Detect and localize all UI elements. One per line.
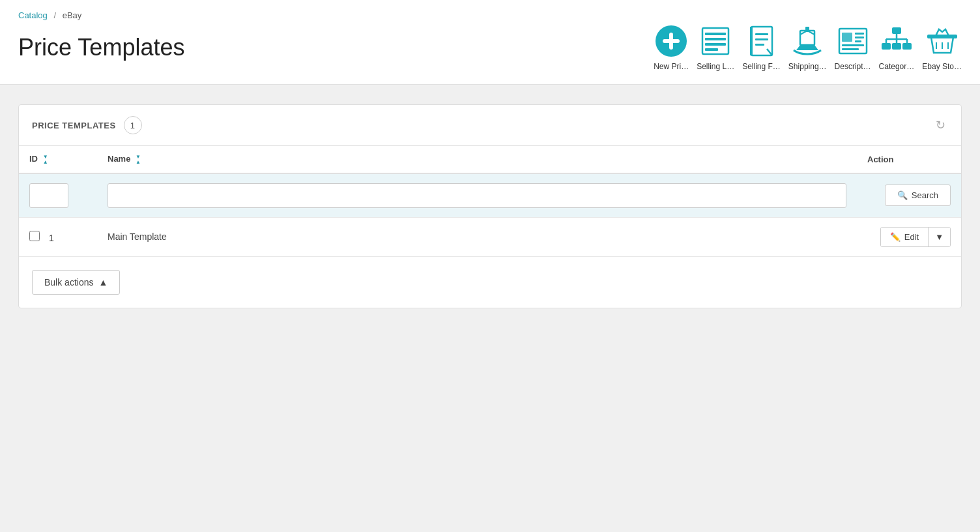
- bulk-actions-label: Bulk actions: [44, 277, 93, 288]
- filter-id-input[interactable]: [29, 183, 68, 208]
- svg-rect-8: [755, 33, 768, 35]
- data-table: ID ▼ ▲ Name ▼ ▲ Action: [19, 146, 961, 257]
- filter-action-cell: 🔍 Search: [857, 173, 961, 218]
- edit-button-group: ✏️ Edit ▼: [880, 227, 951, 247]
- table-header-row: ID ▼ ▲ Name ▼ ▲ Action: [19, 146, 961, 173]
- bulk-actions-button[interactable]: Bulk actions ▲: [32, 270, 120, 295]
- svg-rect-20: [892, 27, 901, 34]
- book-icon: [745, 24, 779, 58]
- row-action-cell: ✏️ Edit ▼: [857, 217, 961, 256]
- card-header: PRICE TEMPLATES 1 ↻: [19, 105, 961, 146]
- row-name: Main Template: [97, 217, 857, 256]
- search-button[interactable]: 🔍 Search: [885, 185, 951, 206]
- edit-dropdown-button[interactable]: ▼: [929, 228, 950, 246]
- table-footer: Bulk actions ▲: [19, 257, 961, 308]
- toolbar-label-category: Categor…: [879, 62, 915, 71]
- row-checkbox-cell: 1: [19, 217, 97, 256]
- refresh-button[interactable]: ↻: [933, 115, 948, 135]
- edit-button[interactable]: ✏️ Edit: [881, 228, 929, 246]
- th-name: Name ▼ ▲: [97, 146, 857, 173]
- svg-rect-22: [892, 43, 901, 50]
- basket-icon: [925, 24, 959, 58]
- row-checkbox[interactable]: [29, 231, 40, 241]
- table-row: 1 Main Template ✏️ Edit ▼: [19, 217, 961, 256]
- price-templates-card: PRICE TEMPLATES 1 ↻ ID ▼ ▲ Name: [18, 104, 962, 308]
- filter-name-cell: [97, 173, 857, 218]
- toolbar-item-ebay-store[interactable]: Ebay Sto…: [922, 24, 962, 71]
- toolbar-item-selling-l[interactable]: Selling L…: [697, 24, 734, 71]
- search-label: Search: [912, 190, 938, 200]
- row-id: 1: [49, 233, 54, 243]
- svg-rect-15: [855, 33, 864, 35]
- svg-rect-21: [882, 43, 891, 50]
- toolbar-item-description[interactable]: Descript…: [835, 24, 871, 71]
- svg-rect-17: [855, 40, 861, 42]
- svg-rect-5: [705, 38, 726, 40]
- toolbar-item-shipping[interactable]: Shipping…: [788, 24, 827, 71]
- edit-pencil-icon: ✏️: [890, 232, 901, 242]
- hierarchy-icon: [880, 24, 914, 58]
- content: PRICE TEMPLATES 1 ↻ ID ▼ ▲ Name: [0, 85, 980, 328]
- svg-rect-14: [842, 33, 852, 42]
- svg-rect-16: [855, 37, 864, 38]
- svg-rect-10: [755, 44, 764, 46]
- toolbar-label-ebay-store: Ebay Sto…: [922, 62, 962, 71]
- breadcrumb-separator: /: [53, 10, 56, 20]
- svg-rect-18: [842, 44, 864, 46]
- toolbar-item-new-price[interactable]: New Pri…: [654, 24, 689, 71]
- filter-id-cell: [19, 173, 97, 218]
- plus-circle-icon: [654, 24, 688, 58]
- svg-rect-7: [705, 48, 718, 51]
- toolbar-item-selling-f[interactable]: Selling F…: [742, 24, 781, 71]
- th-action: Action: [857, 146, 961, 173]
- toolbar-item-category[interactable]: Categor…: [879, 24, 915, 71]
- list-icon: [699, 24, 732, 58]
- th-id: ID ▼ ▲: [19, 146, 97, 173]
- svg-rect-19: [842, 48, 859, 50]
- toolbar-label-selling-l: Selling L…: [697, 62, 734, 71]
- toolbar-label-selling-f: Selling F…: [742, 62, 781, 71]
- card-title-text: PRICE TEMPLATES: [32, 121, 116, 130]
- svg-rect-2: [663, 39, 680, 43]
- breadcrumb-ebay: eBay: [63, 10, 82, 20]
- search-icon: 🔍: [897, 190, 908, 200]
- svg-rect-6: [705, 43, 726, 46]
- edit-label: Edit: [904, 232, 919, 242]
- name-sort-icons[interactable]: ▼ ▲: [136, 155, 141, 165]
- breadcrumb-catalog[interactable]: Catalog: [18, 10, 48, 20]
- toolbar-label-description: Descript…: [835, 62, 871, 71]
- breadcrumb: Catalog / eBay: [18, 10, 962, 20]
- toolbar-label-new-price: New Pri…: [654, 62, 689, 71]
- newspaper-icon: [836, 24, 870, 58]
- svg-rect-23: [902, 43, 912, 50]
- count-badge: 1: [124, 116, 142, 134]
- filter-row: 🔍 Search: [19, 173, 961, 218]
- filter-name-input[interactable]: [108, 183, 846, 208]
- toolbar: New Pri… Selling L…: [654, 24, 962, 71]
- id-sort-icons[interactable]: ▼ ▲: [43, 155, 48, 165]
- card-title: PRICE TEMPLATES 1: [32, 116, 142, 134]
- page-title: Price Templates: [18, 33, 184, 61]
- ship-icon: [790, 24, 824, 58]
- svg-rect-4: [705, 33, 726, 35]
- svg-rect-9: [755, 38, 768, 40]
- header: Catalog / eBay Price Templates New Pri…: [0, 0, 980, 85]
- bulk-actions-arrow-icon: ▲: [98, 277, 108, 288]
- svg-rect-32: [927, 35, 957, 38]
- toolbar-label-shipping: Shipping…: [788, 62, 827, 71]
